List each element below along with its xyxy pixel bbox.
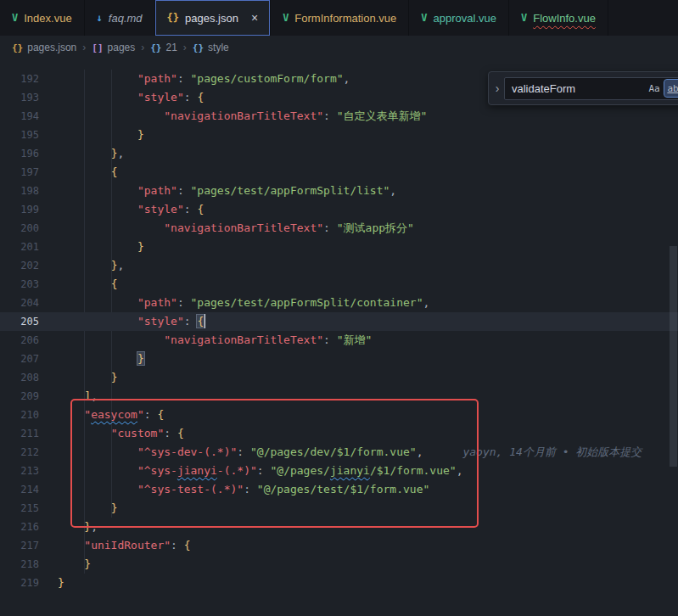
line-number[interactable]: 204 [0, 294, 39, 312]
breadcrumb-label: pages [108, 42, 136, 53]
code-token: } [137, 352, 144, 365]
code-line[interactable]: 214 "^sys-test-(.*)": "@/pages/test/$1/f… [0, 480, 678, 499]
vue-icon: V [521, 12, 527, 24]
line-number[interactable]: 208 [0, 368, 39, 387]
tab-pages-json[interactable]: {}pages.json× [155, 0, 272, 36]
editor-pane[interactable]: 192 "path": "pages/customForm/form",193 … [0, 59, 678, 616]
code-line[interactable]: 204 "path": "pages/test/appFormSplit/con… [0, 294, 678, 312]
tab-label: faq.md [109, 12, 143, 25]
line-number[interactable]: 212 [0, 443, 39, 462]
code-token: "uniIdRouter" [84, 539, 171, 552]
breadcrumb-item-pages[interactable]: []pages [92, 42, 135, 53]
code-line[interactable]: 216 }, [0, 518, 678, 536]
find-whole-word-toggle[interactable]: ab [664, 80, 678, 97]
close-icon[interactable]: × [251, 12, 258, 24]
code-line[interactable]: 195 } [0, 126, 678, 144]
line-number[interactable]: 215 [0, 499, 39, 518]
code-token: : [184, 315, 198, 328]
code-line[interactable]: 205 "style": { [0, 312, 678, 331]
code-token: : [177, 296, 191, 309]
code-line[interactable]: 210 "easycom": { [0, 406, 678, 424]
line-number[interactable]: 200 [0, 219, 39, 238]
code-line[interactable]: 200 "navigationBarTitleText": "测试app拆分" [0, 219, 678, 238]
code-area[interactable]: 192 "path": "pages/customForm/form",193 … [0, 59, 678, 592]
line-number[interactable]: 217 [0, 536, 39, 555]
code-line[interactable]: 215 } [0, 499, 678, 518]
tab-index-vue[interactable]: VIndex.vue [0, 0, 85, 36]
code-token: "path" [137, 296, 177, 309]
code-line[interactable]: 219} [0, 574, 678, 592]
tab-approval-vue[interactable]: Vapproval.vue [409, 0, 509, 36]
line-number[interactable]: 216 [0, 518, 39, 536]
code-line[interactable]: 212 "^sys-dev-(.*)": "@/pages/dev/$1/for… [0, 443, 678, 462]
line-number[interactable]: 210 [0, 406, 39, 424]
line-number[interactable]: 214 [0, 480, 39, 499]
code-line[interactable]: 196 }, [0, 144, 678, 163]
line-number[interactable]: 193 [0, 88, 39, 107]
line-number[interactable]: 195 [0, 126, 39, 144]
code-text: "path": "pages/customForm/form", [39, 70, 350, 88]
code-token: : [244, 483, 257, 496]
symbol-object-icon: {} [193, 42, 204, 53]
line-number[interactable]: 203 [0, 275, 39, 294]
code-token: { [197, 203, 204, 216]
code-line[interactable]: 208 } [0, 368, 678, 387]
breadcrumb-item-21[interactable]: {}21 [150, 42, 177, 53]
scrollbar-thumb[interactable] [670, 246, 677, 467]
code-line[interactable]: 207 } [0, 350, 678, 368]
code-token [58, 203, 137, 216]
code-token: "path" [137, 72, 177, 85]
breadcrumb-item-style[interactable]: {}style [193, 42, 229, 53]
find-match-case-toggle[interactable]: Aa [646, 80, 663, 97]
code-line[interactable]: 194 "navigationBarTitleText": "自定义表单新增" [0, 107, 678, 126]
tab-forminformation-vue[interactable]: VFormInformation.vue [271, 0, 409, 36]
code-token: "custom" [111, 427, 165, 440]
tab-faq-md[interactable]: ↓faq.md [85, 0, 155, 36]
code-line[interactable]: 209 ], [0, 387, 678, 406]
line-number[interactable]: 196 [0, 144, 39, 163]
code-line[interactable]: 213 "^sys-jianyi-(.*)": "@/pages/jianyi/… [0, 462, 678, 480]
code-line[interactable]: 206 "navigationBarTitleText": "新增" [0, 331, 678, 350]
code-token: , [91, 389, 98, 402]
line-number[interactable]: 205 [0, 312, 39, 331]
line-number[interactable]: 198 [0, 182, 39, 200]
code-line[interactable]: 211 "custom": { [0, 424, 678, 443]
line-number[interactable]: 199 [0, 200, 39, 219]
line-number[interactable]: 201 [0, 238, 39, 256]
line-number[interactable]: 192 [0, 70, 39, 88]
code-line[interactable]: 218 } [0, 555, 678, 574]
breadcrumb-item-pages.json[interactable]: {}pages.json [12, 42, 76, 53]
find-expand-chevron-icon[interactable]: › [490, 81, 504, 95]
code-token: : [144, 408, 158, 421]
line-number[interactable]: 213 [0, 462, 39, 480]
code-text: } [39, 499, 117, 518]
code-token: "@/pages/test/$1/form.vue" [257, 483, 430, 496]
code-line[interactable]: 202 }, [0, 256, 678, 275]
code-line[interactable]: 198 "path": "pages/test/appFormSplit/lis… [0, 182, 678, 200]
code-token: " [137, 408, 144, 421]
tab-flowinfo-vue[interactable]: VFlowInfo.vue [509, 0, 608, 36]
code-line[interactable]: 203 { [0, 275, 678, 294]
line-number[interactable]: 207 [0, 350, 39, 368]
code-token: : [164, 427, 177, 440]
line-number[interactable]: 211 [0, 424, 39, 443]
line-number[interactable]: 206 [0, 331, 39, 350]
code-line[interactable]: 199 "style": { [0, 200, 678, 219]
line-number[interactable]: 194 [0, 107, 39, 126]
code-token: { [111, 165, 118, 178]
code-text: "style": { [39, 312, 205, 331]
line-number[interactable]: 209 [0, 387, 39, 406]
code-token: "pages/customForm/form" [191, 72, 344, 85]
line-number[interactable]: 219 [0, 574, 39, 592]
code-text: } [39, 368, 117, 387]
code-text: } [39, 574, 64, 592]
line-number[interactable]: 197 [0, 163, 39, 182]
code-line[interactable]: 217 "uniIdRouter": { [0, 536, 678, 555]
code-text: { [39, 163, 117, 182]
code-line[interactable]: 201 } [0, 238, 678, 256]
code-token: " [84, 408, 91, 421]
line-number[interactable]: 202 [0, 256, 39, 275]
tab-label: FormInformation.vue [294, 12, 396, 25]
line-number[interactable]: 218 [0, 555, 39, 574]
code-line[interactable]: 197 { [0, 163, 678, 182]
